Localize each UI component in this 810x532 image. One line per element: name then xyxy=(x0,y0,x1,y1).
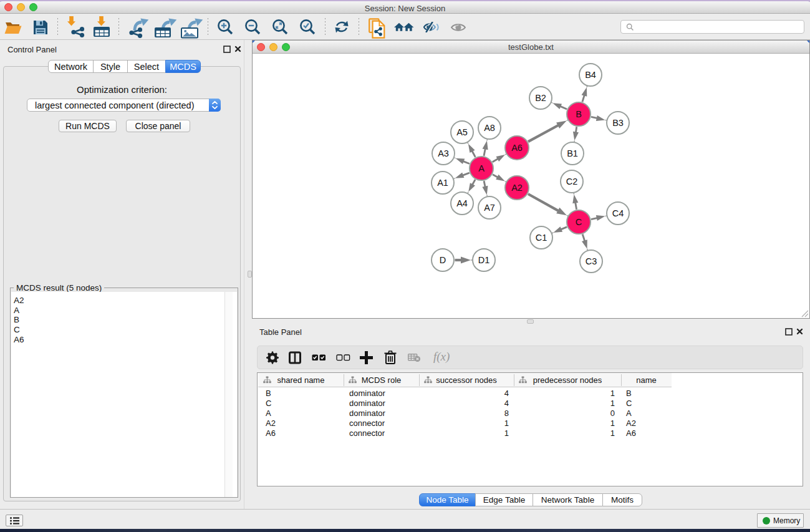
svg-text:B2: B2 xyxy=(535,93,546,103)
svg-text:C: C xyxy=(576,217,582,227)
svg-text:A5: A5 xyxy=(456,127,468,137)
svg-text:B: B xyxy=(576,109,582,119)
svg-text:B1: B1 xyxy=(567,148,578,158)
svg-text:D1: D1 xyxy=(478,255,490,265)
svg-text:A1: A1 xyxy=(437,178,448,188)
svg-text:B3: B3 xyxy=(612,118,624,128)
svg-text:B4: B4 xyxy=(585,70,596,80)
svg-text:A8: A8 xyxy=(484,123,495,133)
svg-text:A4: A4 xyxy=(456,198,468,208)
svg-text:A2: A2 xyxy=(511,183,523,193)
svg-text:C4: C4 xyxy=(612,208,624,218)
svg-text:A6: A6 xyxy=(511,143,523,153)
svg-text:D: D xyxy=(440,255,446,265)
svg-text:A3: A3 xyxy=(438,148,449,158)
svg-text:C2: C2 xyxy=(566,177,578,186)
svg-text:C3: C3 xyxy=(586,256,597,266)
svg-text:A7: A7 xyxy=(484,203,495,213)
svg-text:C1: C1 xyxy=(536,233,547,243)
svg-text:A: A xyxy=(478,163,485,173)
